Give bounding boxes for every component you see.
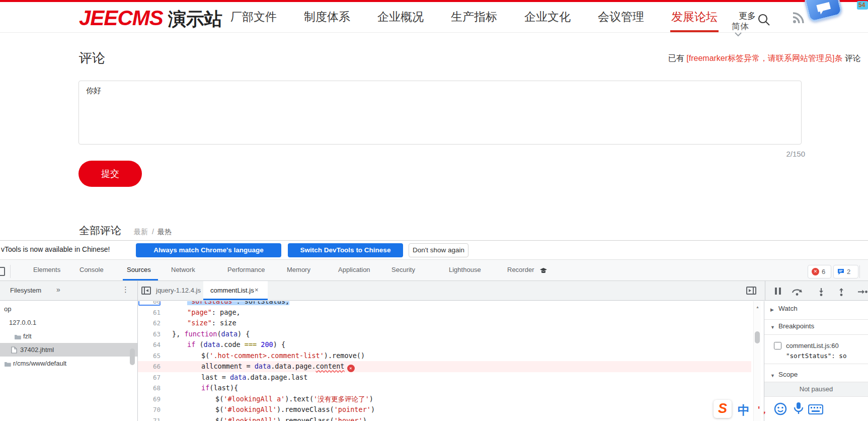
submit-button[interactable]: 提交 xyxy=(78,161,142,187)
line-number[interactable]: 63 xyxy=(137,330,161,338)
issues-count-badge[interactable]: 2 xyxy=(833,265,858,278)
devtools-tab-performance[interactable]: Performance xyxy=(227,266,265,273)
code-token: 200 xyxy=(261,340,273,348)
ime-emoji-icon[interactable] xyxy=(774,402,787,415)
devtools-tab-lighthouse[interactable]: Lighthouse xyxy=(449,266,481,273)
line-number[interactable]: 69 xyxy=(137,395,161,403)
show-drawer-icon[interactable] xyxy=(746,287,756,295)
pause-script-icon[interactable] xyxy=(775,288,783,297)
code-token: '#lookingAll a' xyxy=(223,395,285,403)
tree-item-op[interactable]: op xyxy=(0,302,137,316)
sort-hottest-link[interactable]: 最热 xyxy=(157,228,172,237)
line-number[interactable]: 68 xyxy=(137,384,161,392)
nav-item-2[interactable]: 制度体系 xyxy=(304,9,350,25)
code-token: === xyxy=(245,340,257,348)
line-number[interactable]: 70 xyxy=(137,406,161,413)
breakpoints-section-header[interactable]: Breakpoints xyxy=(778,322,814,330)
breakpoint-location[interactable]: commentList.js:60 xyxy=(786,342,839,349)
search-icon[interactable] xyxy=(757,13,771,27)
sogou-ime-icon[interactable]: S xyxy=(714,400,732,418)
ime-keyboard-icon[interactable] xyxy=(808,404,823,414)
nav-item-7[interactable]: 发展论坛 xyxy=(671,9,718,25)
paused-status: Not paused xyxy=(764,382,868,397)
watch-expand-icon[interactable]: ▶ xyxy=(770,307,774,312)
site-logo[interactable]: JEECMS演示站 xyxy=(79,6,222,32)
device-toolbar-icon[interactable] xyxy=(0,267,5,276)
line-number[interactable]: 65 xyxy=(137,352,161,360)
code-token: if xyxy=(187,340,195,348)
line-number[interactable]: 61 xyxy=(137,309,161,316)
code-token: ) xyxy=(363,416,367,421)
watch-section-header[interactable]: Watch xyxy=(778,305,798,312)
step-into-icon[interactable] xyxy=(817,288,825,296)
ime-mic-icon[interactable] xyxy=(793,402,804,415)
code-line-61: 61"page": page, xyxy=(137,307,751,318)
line-number[interactable]: 64 xyxy=(137,341,161,348)
line-number[interactable]: 60 xyxy=(137,301,161,305)
comment-textarea[interactable] xyxy=(78,81,802,145)
sort-newest-link[interactable]: 最新 xyxy=(134,228,148,237)
selected-code: "sortStatus": sortStatus, xyxy=(187,301,289,305)
scope-section-header[interactable]: Scope xyxy=(778,371,798,378)
hide-navigator-icon[interactable] xyxy=(141,287,151,295)
devtools-tab-recorder[interactable]: Recorder xyxy=(507,266,534,273)
navigator-tab-filesystem[interactable]: Filesystem xyxy=(10,287,41,294)
navigator-scrollbar-thumb[interactable] xyxy=(130,348,135,365)
code-token: ) xyxy=(369,395,373,403)
devtools-tab-security[interactable]: Security xyxy=(391,266,415,273)
tree-item-r-cms-www-default[interactable]: r/cms/www/default xyxy=(0,357,137,370)
active-file-tab-underline xyxy=(203,299,268,300)
rss-icon[interactable] xyxy=(792,11,805,24)
logo-text-cn: 演示站 xyxy=(168,9,222,29)
devtools-tab-network[interactable]: Network xyxy=(171,266,195,273)
navigator-more-tabs[interactable]: » xyxy=(56,286,60,294)
tree-item-fzlt[interactable]: fzlt xyxy=(0,329,137,343)
switch-devtools-chinese-button[interactable]: Switch DevTools to Chinese xyxy=(288,243,403,257)
always-match-language-button[interactable]: Always match Chrome's language xyxy=(136,243,281,257)
code-token: : sortStatus, xyxy=(236,301,290,305)
nav-more-link[interactable]: 更多 xyxy=(739,10,756,22)
tree-item-127-0-0-1[interactable]: 127.0.0.1 xyxy=(0,316,137,329)
line-number[interactable]: 67 xyxy=(137,374,161,381)
scope-collapse-icon[interactable]: ▼ xyxy=(770,373,775,378)
code-token: '#lookingAll' xyxy=(223,405,277,413)
close-tab-icon[interactable]: × xyxy=(255,286,259,294)
file-tab-jquery-1-12-4-js[interactable]: jquery-1.12.4.js xyxy=(156,287,201,294)
code-token: "sortStatus" xyxy=(187,301,236,305)
line-number[interactable]: 66 xyxy=(137,363,161,370)
dont-show-again-button[interactable]: Don't show again xyxy=(409,243,468,257)
ime-punctuation-icon[interactable]: '， xyxy=(758,404,769,416)
editor-scrollbar[interactable]: ▲ xyxy=(753,301,761,421)
nav-item-6[interactable]: 会议管理 xyxy=(598,9,644,25)
error-icon: ✕ xyxy=(812,268,819,275)
nav-item-3[interactable]: 企业概况 xyxy=(377,9,424,25)
tree-item-37402-jhtml[interactable]: 37402.jhtml xyxy=(0,343,137,357)
code-editor[interactable]: 60"sortStatus": sortStatus,61"page": pag… xyxy=(137,301,763,421)
devtools-tab-memory[interactable]: Memory xyxy=(287,266,310,273)
lang-switcher[interactable]: 简体 xyxy=(732,21,749,32)
code-token: ( xyxy=(217,330,221,338)
line-number[interactable]: 62 xyxy=(137,319,161,327)
step-out-icon[interactable] xyxy=(837,288,845,296)
inline-error-icon[interactable]: ✕ xyxy=(347,365,355,372)
breakpoints-collapse-icon[interactable]: ▼ xyxy=(770,325,775,330)
devtools-tab-application[interactable]: Application xyxy=(338,266,370,273)
line-number[interactable]: 71 xyxy=(137,417,161,421)
error-count-badge[interactable]: ✕6 xyxy=(808,265,831,278)
step-icon[interactable] xyxy=(857,288,868,296)
devtools-tab-console[interactable]: Console xyxy=(80,266,104,273)
nav-item-1[interactable]: 厂部文件 xyxy=(230,9,277,25)
nav-item-4[interactable]: 生产指标 xyxy=(451,9,497,25)
devtools-tab-elements[interactable]: Elements xyxy=(33,266,60,273)
editor-scrollbar-thumb[interactable] xyxy=(755,331,760,343)
scroll-up-arrow[interactable]: ▲ xyxy=(754,305,761,309)
file-tab-commentlist-js[interactable]: commentList.js xyxy=(210,287,254,294)
ime-chinese-mode-icon[interactable]: 中 xyxy=(738,402,750,418)
devtools-tab-sources[interactable]: Sources xyxy=(127,266,151,273)
code-line-71: 71$('#lookingAll').removeClass('hover') xyxy=(137,415,751,421)
nav-item-5[interactable]: 企业文化 xyxy=(524,9,571,25)
breakpoint-checkbox[interactable] xyxy=(774,342,781,349)
step-over-icon[interactable] xyxy=(791,288,803,296)
chat-badge[interactable]: 54 xyxy=(857,1,868,10)
kebab-menu-icon[interactable]: ⋮ xyxy=(122,285,129,294)
